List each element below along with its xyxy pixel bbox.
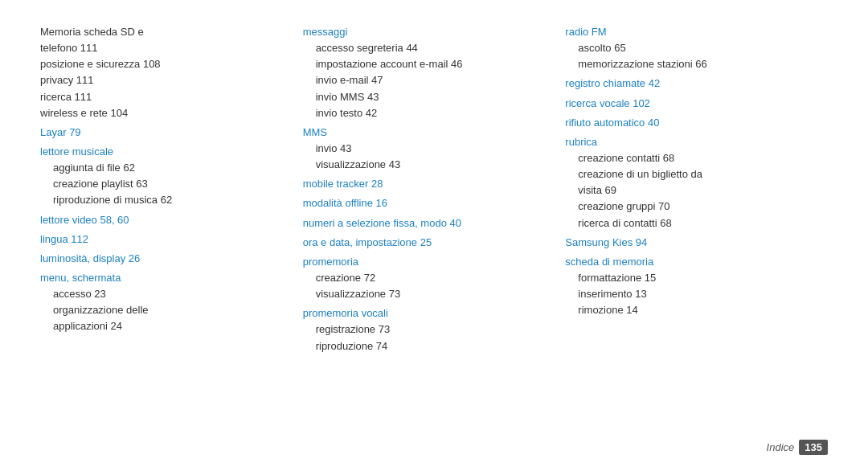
index-link: lingua 112 xyxy=(40,231,287,248)
index-sub: accesso 23 xyxy=(40,286,287,302)
index-link: messaggi xyxy=(303,24,550,40)
index-sub: invio MMS 43 xyxy=(303,89,550,105)
index-sub: invio e-mail 47 xyxy=(303,72,550,88)
index-link: Layar 79 xyxy=(40,125,287,141)
footer-page: 135 xyxy=(799,440,828,455)
column-3: radio FMascolto 65memorizzazione stazion… xyxy=(565,24,828,432)
index-plain: Memoria scheda SD e xyxy=(40,24,287,40)
index-link: ora e data, impostazione 25 xyxy=(303,235,550,251)
index-link: registro chiamate 42 xyxy=(565,76,812,92)
index-link: rubrica xyxy=(565,134,812,150)
index-link: radio FM xyxy=(565,24,812,40)
index-plain: ricerca 111 xyxy=(40,89,287,105)
index-link: mobile tracker 28 xyxy=(303,176,550,192)
index-sub: invio 43 xyxy=(303,141,550,157)
index-sub: memorizzazione stazioni 66 xyxy=(565,56,812,72)
index-plain: privacy 111 xyxy=(40,72,287,88)
index-sub: riproduzione di musica 62 xyxy=(40,192,287,208)
index-link: promemoria xyxy=(303,254,550,270)
index-sub: ricerca di contatti 68 xyxy=(565,215,812,231)
index-sub: registrazione 73 xyxy=(303,322,550,338)
index-plain: telefono 111 xyxy=(40,40,287,56)
index-sub: invio testo 42 xyxy=(303,105,550,121)
columns: Memoria scheda SD etelefono 111posizione… xyxy=(40,24,828,432)
index-sub: visualizzazione 43 xyxy=(303,157,550,173)
column-1: Memoria scheda SD etelefono 111posizione… xyxy=(40,24,303,432)
index-plain: wireless e rete 104 xyxy=(40,105,287,121)
index-sub: rimozione 14 xyxy=(565,302,812,318)
index-link: Samsung Kies 94 xyxy=(565,235,812,251)
column-2: messaggiaccesso segreteria 44impostazion… xyxy=(303,24,566,432)
footer: Indice 135 xyxy=(40,432,828,455)
index-link: menu, schermata xyxy=(40,270,287,286)
index-sub: visita 69 xyxy=(565,182,812,199)
index-link: lettore musicale xyxy=(40,144,287,160)
index-link: luminosità, display 26 xyxy=(40,251,287,267)
page: Memoria scheda SD etelefono 111posizione… xyxy=(0,0,868,471)
index-plain: posizione e sicurezza 108 xyxy=(40,56,287,72)
index-sub: riproduzione 74 xyxy=(303,338,550,354)
index-link: numeri a selezione fissa, modo 40 xyxy=(303,215,550,231)
index-link: lettore video 58, 60 xyxy=(40,212,287,228)
index-link: ricerca vocale 102 xyxy=(565,96,812,112)
index-sub: creazione contatti 68 xyxy=(565,150,812,166)
index-sub: inserimento 13 xyxy=(565,286,812,302)
footer-label: Indice xyxy=(767,441,795,453)
index-sub: creazione playlist 63 xyxy=(40,176,287,192)
index-sub: creazione di un biglietto da xyxy=(565,166,812,182)
index-sub: impostazione account e-mail 46 xyxy=(303,56,550,72)
index-sub: ascolto 65 xyxy=(565,40,812,56)
index-sub: accesso segreteria 44 xyxy=(303,40,550,56)
index-sub: formattazione 15 xyxy=(565,270,812,286)
index-sub: applicazioni 24 xyxy=(40,318,287,334)
index-sub: creazione 72 xyxy=(303,270,550,286)
index-sub: aggiunta di file 62 xyxy=(40,160,287,176)
index-sub: visualizzazione 73 xyxy=(303,286,550,302)
index-sub: organizzazione delle xyxy=(40,302,287,318)
index-link: modalità offline 16 xyxy=(303,195,550,211)
index-sub: creazione gruppi 70 xyxy=(565,199,812,215)
index-link: MMS xyxy=(303,125,550,141)
index-link: scheda di memoria xyxy=(565,254,812,270)
index-link: promemoria vocali xyxy=(303,305,550,322)
index-link: rifiuto automatico 40 xyxy=(565,115,812,131)
